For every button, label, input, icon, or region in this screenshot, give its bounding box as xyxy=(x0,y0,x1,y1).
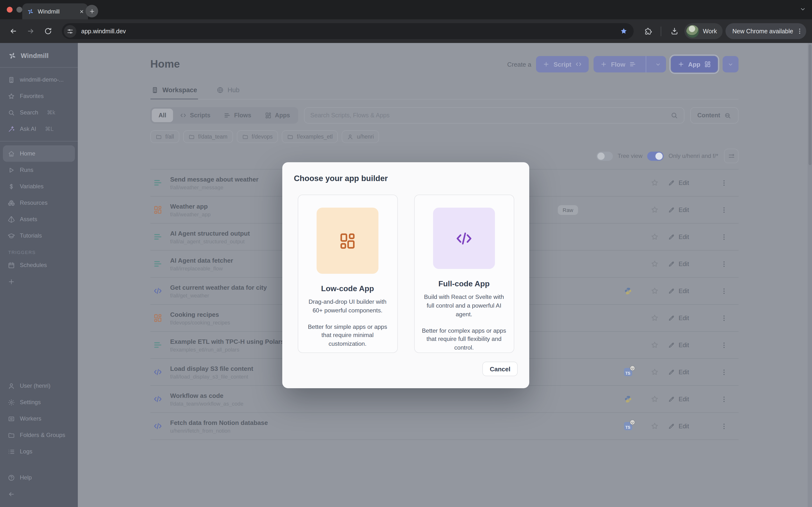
tree-view-toggle[interactable] xyxy=(596,151,613,161)
row-menu-button[interactable] xyxy=(710,233,739,241)
profile-button[interactable]: Work xyxy=(684,23,723,39)
chrome-update-button[interactable]: New Chrome available xyxy=(725,23,806,39)
edit-button[interactable]: Edit xyxy=(668,288,710,294)
sidebar-item-folders-groups[interactable]: Folders & Groups xyxy=(0,427,78,443)
content-search-button[interactable]: Content xyxy=(690,107,739,124)
sidebar-add-trigger-button[interactable] xyxy=(0,273,78,290)
favorite-star-button[interactable] xyxy=(641,395,668,403)
favorite-star-button[interactable] xyxy=(641,206,668,214)
sidebar-item-workers[interactable]: Workers xyxy=(0,410,78,427)
row-menu-button[interactable] xyxy=(710,260,739,268)
pencil-icon xyxy=(668,423,675,430)
edit-button[interactable]: Edit xyxy=(668,233,710,240)
reload-icon xyxy=(44,27,52,35)
row-menu-button[interactable] xyxy=(710,206,739,214)
tab-hub[interactable]: Hub xyxy=(215,87,241,99)
flow-dropdown-button[interactable] xyxy=(650,61,666,67)
close-window-button[interactable] xyxy=(7,7,12,12)
favorite-star-button[interactable] xyxy=(641,287,668,295)
sidebar-item-help[interactable]: Help xyxy=(0,469,78,486)
downloads-button[interactable] xyxy=(667,24,682,38)
only-mine-toggle[interactable] xyxy=(648,151,664,161)
sidebar-item-tutorials[interactable]: Tutorials xyxy=(0,227,78,244)
favorite-star-button[interactable] xyxy=(641,422,668,430)
filter-scripts[interactable]: Scripts xyxy=(173,109,217,122)
filter-all[interactable]: All xyxy=(152,109,173,122)
sidebar-item-ask-ai[interactable]: Ask AI ⌘L xyxy=(0,121,78,137)
edit-button[interactable]: Edit xyxy=(668,207,710,213)
forward-button[interactable] xyxy=(23,24,38,38)
sidebar-item-search[interactable]: Search ⌘k xyxy=(0,104,78,121)
sidebar-item-variables[interactable]: Variables xyxy=(0,178,78,194)
full-code-app-card[interactable]: Full-code App Build with React or Svelte… xyxy=(414,194,514,353)
edit-button[interactable]: Edit xyxy=(668,342,710,348)
sidebar-item-assets[interactable]: Assets xyxy=(0,211,78,227)
favorite-star-button[interactable] xyxy=(641,314,668,322)
favorite-star-button[interactable] xyxy=(641,260,668,268)
edit-button[interactable]: Edit xyxy=(668,423,710,430)
edit-button[interactable]: Edit xyxy=(668,261,710,267)
row-menu-button[interactable] xyxy=(710,395,739,403)
row-menu-button[interactable] xyxy=(710,368,739,376)
close-tab-icon[interactable] xyxy=(79,9,84,14)
row-menu-button[interactable] xyxy=(710,341,739,349)
chip-f-all[interactable]: f/all xyxy=(150,130,179,143)
view-settings-button[interactable] xyxy=(724,149,739,163)
sidebar-item-user[interactable]: User (henri) xyxy=(0,378,78,394)
sidebar-collapse-button[interactable] xyxy=(0,486,78,502)
row-menu-button[interactable] xyxy=(710,179,739,187)
browser-tab[interactable]: Windmill xyxy=(22,3,88,19)
sidebar-item-workspace[interactable]: windmill-demo-... xyxy=(0,71,78,88)
edit-button[interactable]: Edit xyxy=(668,396,710,402)
row-menu-button[interactable] xyxy=(710,314,739,322)
back-button[interactable] xyxy=(6,24,20,38)
create-script-button[interactable]: Script xyxy=(536,56,589,72)
chip-f-data-team[interactable]: f/data_team xyxy=(183,130,233,143)
reload-button[interactable] xyxy=(41,24,55,38)
tab-search-chevron-icon[interactable] xyxy=(800,6,806,12)
create-app-button[interactable]: App xyxy=(671,56,718,72)
sidebar-item-schedules[interactable]: Schedules xyxy=(0,257,78,273)
sidebar-item-runs[interactable]: Runs xyxy=(0,162,78,178)
app-dropdown-button[interactable] xyxy=(723,56,739,72)
bookmark-star-icon[interactable] xyxy=(620,27,628,35)
row-menu-button[interactable] xyxy=(710,287,739,295)
filter-apps[interactable]: Apps xyxy=(258,109,297,122)
favorite-star-button[interactable] xyxy=(641,341,668,349)
page-scrollbar[interactable] xyxy=(808,43,812,507)
kebab-menu-icon[interactable] xyxy=(796,27,803,35)
favorite-star-button[interactable] xyxy=(641,233,668,241)
new-tab-button[interactable] xyxy=(86,5,98,17)
search-box[interactable] xyxy=(304,107,684,124)
minimize-window-button[interactable] xyxy=(16,7,22,12)
edit-button[interactable]: Edit xyxy=(668,179,710,186)
tab-workspace[interactable]: Workspace xyxy=(150,87,198,99)
sidebar-item-logs[interactable]: Logs xyxy=(0,443,78,460)
cancel-button[interactable]: Cancel xyxy=(483,362,518,376)
url-text[interactable]: app.windmill.dev xyxy=(81,28,615,35)
sidebar-item-resources[interactable]: Resources xyxy=(0,194,78,211)
table-row[interactable]: Fetch data from Notion database u/henri/… xyxy=(150,413,739,440)
favorite-star-button[interactable] xyxy=(641,179,668,187)
favorite-star-button[interactable] xyxy=(641,368,668,376)
sidebar-item-settings[interactable]: Settings xyxy=(0,394,78,410)
filter-flows[interactable]: Flows xyxy=(217,109,258,122)
chip-u-henri[interactable]: u/henri xyxy=(342,130,379,143)
create-flow-button[interactable]: Flow xyxy=(594,56,666,72)
search-input[interactable] xyxy=(310,112,666,119)
edit-button[interactable]: Edit xyxy=(668,315,710,321)
chip-f-devops[interactable]: f/devops xyxy=(237,130,278,143)
sidebar-brand[interactable]: Windmill xyxy=(0,48,78,63)
row-menu-button[interactable] xyxy=(710,422,739,430)
edit-button[interactable]: Edit xyxy=(668,369,710,376)
sidebar-item-home[interactable]: Home xyxy=(3,145,75,162)
extensions-button[interactable] xyxy=(641,24,655,38)
low-code-app-card[interactable]: Low-code App Drag-and-drop UI builder wi… xyxy=(298,194,398,353)
sidebar-item-favorites[interactable]: Favorites xyxy=(0,88,78,104)
search-icon xyxy=(8,109,15,116)
scrollbar-thumb[interactable] xyxy=(808,44,811,165)
table-row[interactable]: Workflow as code f/data_team/workflow_as… xyxy=(150,386,739,413)
chip-f-examples-etl[interactable]: f/examples_etl xyxy=(282,130,338,143)
site-settings-button[interactable] xyxy=(64,25,77,38)
address-bar[interactable]: app.windmill.dev xyxy=(62,23,634,39)
